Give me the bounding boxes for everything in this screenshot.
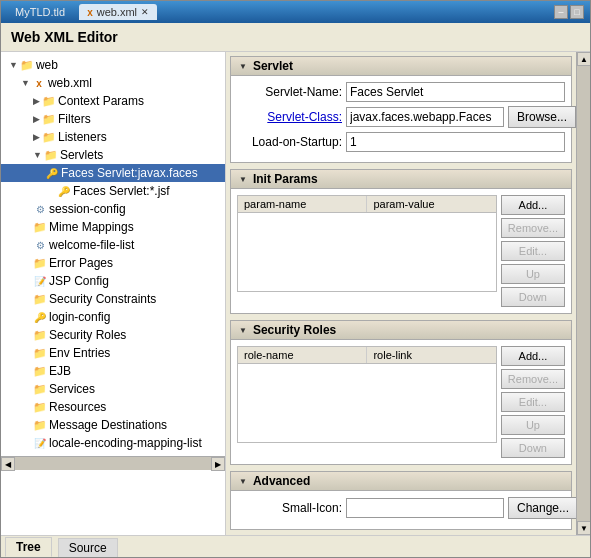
left-panel-hscroll[interactable]: ◀ ▶: [1, 456, 225, 470]
expand-webxml-icon[interactable]: ▼: [21, 78, 30, 88]
init-params-edit-btn[interactable]: Edit...: [501, 241, 565, 261]
maximize-button[interactable]: □: [570, 5, 584, 19]
init-params-table: param-name param-value: [237, 195, 497, 307]
tree-item-env-entries[interactable]: 📁 Env Entries: [1, 344, 225, 362]
init-params-down-btn[interactable]: Down: [501, 287, 565, 307]
tree-faces-jsf-label: Faces Servlet:*.jsf: [73, 184, 170, 198]
bottom-tabs: Tree Source: [1, 535, 590, 557]
expand-web-icon[interactable]: ▼: [9, 60, 18, 70]
tree-security-roles-label: Security Roles: [49, 328, 126, 342]
jsp-config-icon: 📝: [33, 274, 47, 288]
error-folder-icon: 📁: [33, 256, 47, 270]
login-config-icon: 🔑: [33, 310, 47, 324]
security-roles-table-area: role-name role-link Add... Remove... Edi…: [237, 346, 565, 458]
init-params-collapse-icon[interactable]: ▼: [239, 175, 247, 184]
servlet-class-input[interactable]: [346, 107, 504, 127]
tree-session-config-label: session-config: [49, 202, 126, 216]
load-on-startup-input[interactable]: [346, 132, 565, 152]
tree-tab[interactable]: Tree: [5, 537, 52, 557]
browse-button[interactable]: Browse...: [508, 106, 576, 128]
tab-webxml[interactable]: x web.xml ✕: [79, 4, 157, 20]
security-roles-table-body[interactable]: [237, 363, 497, 443]
tree-item-jsp-config[interactable]: 📝 JSP Config: [1, 272, 225, 290]
webxml-tab-icon: x: [87, 7, 93, 18]
servlet-collapse-icon[interactable]: ▼: [239, 62, 247, 71]
tab-mytld[interactable]: MyTLD.tld: [7, 4, 73, 20]
tree-item-security-roles[interactable]: 📁 Security Roles: [1, 326, 225, 344]
tree-item-web[interactable]: ▼ 📁 web: [1, 56, 225, 74]
tree-item-servlets[interactable]: ▼ 📁 Servlets: [1, 146, 225, 164]
session-config-icon: ⚙: [33, 202, 47, 216]
tree-item-listeners[interactable]: ▶ 📁 Listeners: [1, 128, 225, 146]
tree-item-ejb[interactable]: 📁 EJB: [1, 362, 225, 380]
main-window: MyTLD.tld x web.xml ✕ – □ Web XML Editor…: [0, 0, 591, 558]
tree-item-welcome[interactable]: ⚙ welcome-file-list: [1, 236, 225, 254]
right-panel-scrollbar[interactable]: ▲ ▼: [576, 52, 590, 535]
servlet-name-input[interactable]: [346, 82, 565, 102]
env-entries-icon: 📁: [33, 346, 47, 360]
tree-item-mime[interactable]: 📁 Mime Mappings: [1, 218, 225, 236]
hscroll-track[interactable]: [15, 457, 211, 470]
init-params-up-btn[interactable]: Up: [501, 264, 565, 284]
tree-container: ▼ 📁 web ▼ x web.xml ▶ 📁 Context Params: [1, 52, 225, 456]
tree-welcome-label: welcome-file-list: [49, 238, 134, 252]
scroll-track[interactable]: [577, 66, 590, 521]
security-roles-table: role-name role-link: [237, 346, 497, 458]
servlet-class-label[interactable]: Servlet-Class:: [237, 110, 342, 124]
tree-error-pages-label: Error Pages: [49, 256, 113, 270]
scroll-up-btn[interactable]: ▲: [577, 52, 590, 66]
tree-mime-label: Mime Mappings: [49, 220, 134, 234]
tree-item-message-destinations[interactable]: 📁 Message Destinations: [1, 416, 225, 434]
init-params-body: param-name param-value Add... Remove... …: [230, 189, 572, 314]
title-bar: MyTLD.tld x web.xml ✕ – □: [1, 1, 590, 23]
init-params-table-body[interactable]: [237, 212, 497, 292]
tree-item-session-config[interactable]: ⚙ session-config: [1, 200, 225, 218]
init-params-btn-group: Add... Remove... Edit... Up Down: [501, 195, 565, 307]
tree-item-faces-jsf[interactable]: 🔑 Faces Servlet:*.jsf: [1, 182, 225, 200]
tree-ejb-label: EJB: [49, 364, 71, 378]
security-roles-btn-group: Add... Remove... Edit... Up Down: [501, 346, 565, 458]
load-on-startup-label: Load-on-Startup:: [237, 135, 342, 149]
web-folder-icon: 📁: [20, 58, 34, 72]
servlet-section-header: ▼ Servlet: [230, 56, 572, 76]
source-tab[interactable]: Source: [58, 538, 118, 557]
tree-item-webxml[interactable]: ▼ x web.xml: [1, 74, 225, 92]
security-roles-up-btn[interactable]: Up: [501, 415, 565, 435]
security-roles-collapse-icon[interactable]: ▼: [239, 326, 247, 335]
tree-item-services[interactable]: 📁 Services: [1, 380, 225, 398]
resources-icon: 📁: [33, 400, 47, 414]
faces-jsf-icon: 🔑: [57, 184, 71, 198]
tree-item-locale-encoding[interactable]: 📝 locale-encoding-mapping-list: [1, 434, 225, 452]
tree-item-faces-servlet[interactable]: 🔑 Faces Servlet:javax.faces: [1, 164, 225, 182]
scroll-down-btn[interactable]: ▼: [577, 521, 590, 535]
tree-item-resources[interactable]: 📁 Resources: [1, 398, 225, 416]
init-params-table-area: param-name param-value Add... Remove... …: [237, 195, 565, 307]
webxml-tab-close[interactable]: ✕: [141, 7, 149, 17]
tree-servlets-label: Servlets: [60, 148, 103, 162]
security-roles-add-btn[interactable]: Add...: [501, 346, 565, 366]
security-roles-down-btn[interactable]: Down: [501, 438, 565, 458]
hscroll-right-btn[interactable]: ▶: [211, 457, 225, 471]
tree-item-login-config[interactable]: 🔑 login-config: [1, 308, 225, 326]
init-params-add-btn[interactable]: Add...: [501, 195, 565, 215]
advanced-collapse-icon[interactable]: ▼: [239, 477, 247, 486]
advanced-title: Advanced: [253, 474, 310, 488]
servlets-folder-icon: 📁: [44, 148, 58, 162]
small-icon-input[interactable]: [346, 498, 504, 518]
tree-item-security-constraints[interactable]: 📁 Security Constraints: [1, 290, 225, 308]
expand-filters-icon[interactable]: ▶: [33, 114, 40, 124]
tree-context-label: Context Params: [58, 94, 144, 108]
tree-item-filters[interactable]: ▶ 📁 Filters: [1, 110, 225, 128]
security-roles-edit-btn[interactable]: Edit...: [501, 392, 565, 412]
change-button[interactable]: Change...: [508, 497, 576, 519]
expand-servlets-icon[interactable]: ▼: [33, 150, 42, 160]
expand-context-icon[interactable]: ▶: [33, 96, 40, 106]
minimize-button[interactable]: –: [554, 5, 568, 19]
tree-item-error-pages[interactable]: 📁 Error Pages: [1, 254, 225, 272]
small-icon-row: Small-Icon: Change...: [237, 497, 565, 519]
init-params-remove-btn[interactable]: Remove...: [501, 218, 565, 238]
security-roles-remove-btn[interactable]: Remove...: [501, 369, 565, 389]
tree-item-context-params[interactable]: ▶ 📁 Context Params: [1, 92, 225, 110]
hscroll-left-btn[interactable]: ◀: [1, 457, 15, 471]
expand-listeners-icon[interactable]: ▶: [33, 132, 40, 142]
